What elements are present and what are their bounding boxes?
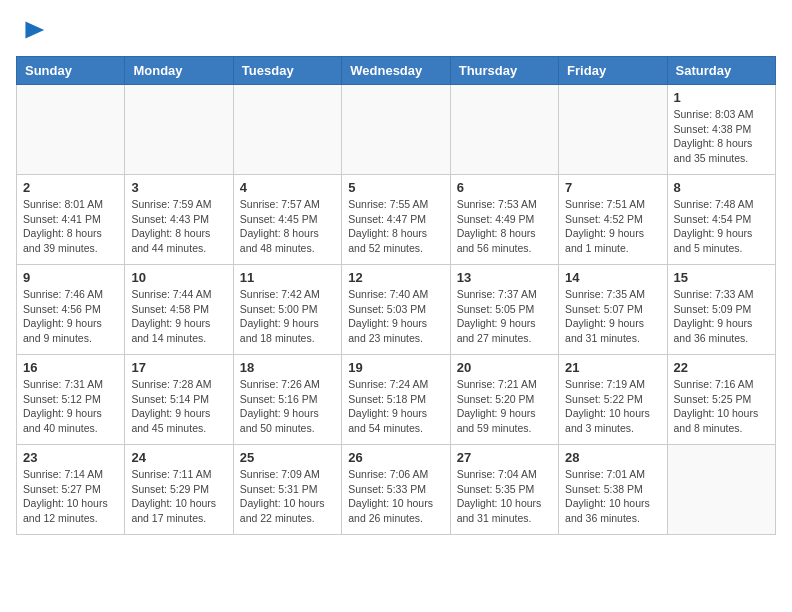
day-info: Sunrise: 7:46 AM Sunset: 4:56 PM Dayligh… [23,287,118,346]
day-info: Sunrise: 7:33 AM Sunset: 5:09 PM Dayligh… [674,287,769,346]
day-number: 27 [457,450,552,465]
day-cell: 9Sunrise: 7:46 AM Sunset: 4:56 PM Daylig… [17,265,125,355]
day-cell: 6Sunrise: 7:53 AM Sunset: 4:49 PM Daylig… [450,175,558,265]
day-cell: 8Sunrise: 7:48 AM Sunset: 4:54 PM Daylig… [667,175,775,265]
day-cell: 2Sunrise: 8:01 AM Sunset: 4:41 PM Daylig… [17,175,125,265]
day-cell [342,85,450,175]
day-number: 25 [240,450,335,465]
day-number: 24 [131,450,226,465]
day-cell: 13Sunrise: 7:37 AM Sunset: 5:05 PM Dayli… [450,265,558,355]
day-info: Sunrise: 7:57 AM Sunset: 4:45 PM Dayligh… [240,197,335,256]
day-cell: 24Sunrise: 7:11 AM Sunset: 5:29 PM Dayli… [125,445,233,535]
day-info: Sunrise: 7:40 AM Sunset: 5:03 PM Dayligh… [348,287,443,346]
day-info: Sunrise: 7:55 AM Sunset: 4:47 PM Dayligh… [348,197,443,256]
day-cell [233,85,341,175]
week-row-5: 23Sunrise: 7:14 AM Sunset: 5:27 PM Dayli… [17,445,776,535]
col-header-monday: Monday [125,57,233,85]
day-info: Sunrise: 7:44 AM Sunset: 4:58 PM Dayligh… [131,287,226,346]
day-info: Sunrise: 7:31 AM Sunset: 5:12 PM Dayligh… [23,377,118,436]
day-info: Sunrise: 7:04 AM Sunset: 5:35 PM Dayligh… [457,467,552,526]
day-number: 13 [457,270,552,285]
day-number: 9 [23,270,118,285]
day-number: 17 [131,360,226,375]
day-number: 21 [565,360,660,375]
day-cell [125,85,233,175]
day-cell: 27Sunrise: 7:04 AM Sunset: 5:35 PM Dayli… [450,445,558,535]
day-cell: 15Sunrise: 7:33 AM Sunset: 5:09 PM Dayli… [667,265,775,355]
day-info: Sunrise: 8:01 AM Sunset: 4:41 PM Dayligh… [23,197,118,256]
col-header-saturday: Saturday [667,57,775,85]
day-number: 3 [131,180,226,195]
calendar: SundayMondayTuesdayWednesdayThursdayFrid… [16,56,776,535]
day-number: 20 [457,360,552,375]
day-info: Sunrise: 7:37 AM Sunset: 5:05 PM Dayligh… [457,287,552,346]
day-cell: 20Sunrise: 7:21 AM Sunset: 5:20 PM Dayli… [450,355,558,445]
day-number: 12 [348,270,443,285]
day-number: 5 [348,180,443,195]
col-header-wednesday: Wednesday [342,57,450,85]
day-info: Sunrise: 7:06 AM Sunset: 5:33 PM Dayligh… [348,467,443,526]
day-cell: 14Sunrise: 7:35 AM Sunset: 5:07 PM Dayli… [559,265,667,355]
week-row-2: 2Sunrise: 8:01 AM Sunset: 4:41 PM Daylig… [17,175,776,265]
day-cell: 21Sunrise: 7:19 AM Sunset: 5:22 PM Dayli… [559,355,667,445]
col-header-tuesday: Tuesday [233,57,341,85]
day-info: Sunrise: 7:48 AM Sunset: 4:54 PM Dayligh… [674,197,769,256]
day-cell [17,85,125,175]
day-cell: 23Sunrise: 7:14 AM Sunset: 5:27 PM Dayli… [17,445,125,535]
logo [16,16,46,44]
day-cell: 4Sunrise: 7:57 AM Sunset: 4:45 PM Daylig… [233,175,341,265]
day-info: Sunrise: 7:35 AM Sunset: 5:07 PM Dayligh… [565,287,660,346]
day-number: 16 [23,360,118,375]
calendar-header-row: SundayMondayTuesdayWednesdayThursdayFrid… [17,57,776,85]
day-info: Sunrise: 7:28 AM Sunset: 5:14 PM Dayligh… [131,377,226,436]
day-number: 6 [457,180,552,195]
day-info: Sunrise: 7:19 AM Sunset: 5:22 PM Dayligh… [565,377,660,436]
day-number: 22 [674,360,769,375]
week-row-3: 9Sunrise: 7:46 AM Sunset: 4:56 PM Daylig… [17,265,776,355]
day-info: Sunrise: 7:16 AM Sunset: 5:25 PM Dayligh… [674,377,769,436]
day-number: 11 [240,270,335,285]
day-info: Sunrise: 7:21 AM Sunset: 5:20 PM Dayligh… [457,377,552,436]
day-number: 2 [23,180,118,195]
day-cell: 16Sunrise: 7:31 AM Sunset: 5:12 PM Dayli… [17,355,125,445]
day-info: Sunrise: 7:59 AM Sunset: 4:43 PM Dayligh… [131,197,226,256]
day-cell: 22Sunrise: 7:16 AM Sunset: 5:25 PM Dayli… [667,355,775,445]
col-header-sunday: Sunday [17,57,125,85]
header [16,16,776,44]
day-info: Sunrise: 7:11 AM Sunset: 5:29 PM Dayligh… [131,467,226,526]
day-cell: 10Sunrise: 7:44 AM Sunset: 4:58 PM Dayli… [125,265,233,355]
day-number: 19 [348,360,443,375]
svg-marker-0 [25,22,44,39]
day-cell: 5Sunrise: 7:55 AM Sunset: 4:47 PM Daylig… [342,175,450,265]
day-cell [559,85,667,175]
day-cell: 3Sunrise: 7:59 AM Sunset: 4:43 PM Daylig… [125,175,233,265]
day-cell: 12Sunrise: 7:40 AM Sunset: 5:03 PM Dayli… [342,265,450,355]
day-number: 1 [674,90,769,105]
day-info: Sunrise: 7:26 AM Sunset: 5:16 PM Dayligh… [240,377,335,436]
day-info: Sunrise: 7:01 AM Sunset: 5:38 PM Dayligh… [565,467,660,526]
week-row-4: 16Sunrise: 7:31 AM Sunset: 5:12 PM Dayli… [17,355,776,445]
day-cell: 1Sunrise: 8:03 AM Sunset: 4:38 PM Daylig… [667,85,775,175]
day-number: 7 [565,180,660,195]
day-number: 4 [240,180,335,195]
day-info: Sunrise: 8:03 AM Sunset: 4:38 PM Dayligh… [674,107,769,166]
col-header-friday: Friday [559,57,667,85]
day-cell: 17Sunrise: 7:28 AM Sunset: 5:14 PM Dayli… [125,355,233,445]
day-cell: 28Sunrise: 7:01 AM Sunset: 5:38 PM Dayli… [559,445,667,535]
day-number: 26 [348,450,443,465]
day-cell: 11Sunrise: 7:42 AM Sunset: 5:00 PM Dayli… [233,265,341,355]
day-cell: 7Sunrise: 7:51 AM Sunset: 4:52 PM Daylig… [559,175,667,265]
day-number: 8 [674,180,769,195]
day-info: Sunrise: 7:53 AM Sunset: 4:49 PM Dayligh… [457,197,552,256]
day-info: Sunrise: 7:51 AM Sunset: 4:52 PM Dayligh… [565,197,660,256]
col-header-thursday: Thursday [450,57,558,85]
day-number: 10 [131,270,226,285]
day-number: 28 [565,450,660,465]
day-cell: 25Sunrise: 7:09 AM Sunset: 5:31 PM Dayli… [233,445,341,535]
day-cell: 26Sunrise: 7:06 AM Sunset: 5:33 PM Dayli… [342,445,450,535]
day-info: Sunrise: 7:09 AM Sunset: 5:31 PM Dayligh… [240,467,335,526]
day-number: 14 [565,270,660,285]
day-info: Sunrise: 7:42 AM Sunset: 5:00 PM Dayligh… [240,287,335,346]
day-cell: 19Sunrise: 7:24 AM Sunset: 5:18 PM Dayli… [342,355,450,445]
day-cell: 18Sunrise: 7:26 AM Sunset: 5:16 PM Dayli… [233,355,341,445]
